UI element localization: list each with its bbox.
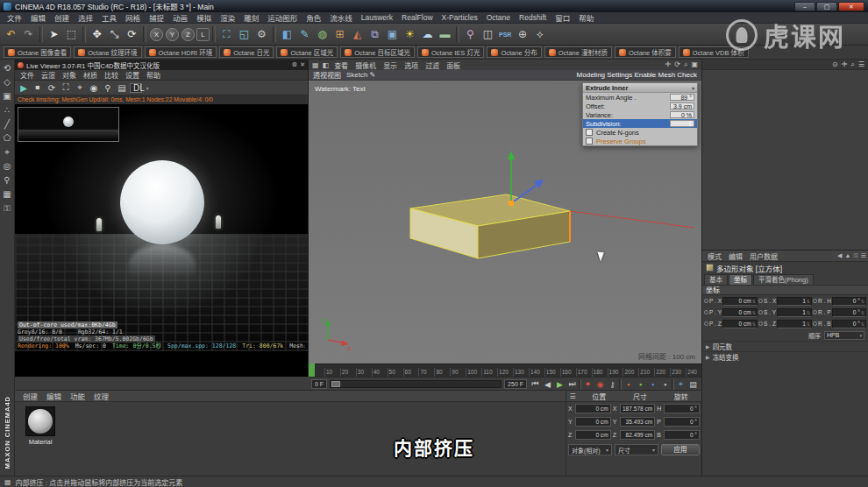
view-tab[interactable]: 透视视图 [313, 70, 341, 80]
primitive-cube-icon[interactable]: ◧ [279, 26, 295, 43]
mirror-icon[interactable]: ◫ [480, 26, 496, 43]
array-icon[interactable]: ⊞ [331, 26, 348, 43]
octane-toolbar-item[interactable]: Octane 体积雾 [615, 46, 676, 58]
current-frame-field[interactable]: 0 F [311, 379, 327, 389]
menu-item[interactable]: 创建 [50, 12, 74, 23]
popup-tool-header[interactable]: Extrude Inner [583, 83, 697, 93]
animation-dot[interactable] [813, 321, 817, 326]
at-back-icon[interactable]: ◀ [837, 252, 842, 259]
animation-dot[interactable] [704, 321, 708, 326]
lv-menu-item[interactable]: 设置 [122, 70, 143, 80]
prev-frame-button[interactable]: ◀ [542, 380, 553, 389]
toolbar-separator[interactable] [39, 26, 43, 42]
viewport-solo-icon[interactable]: ◎ [4, 161, 11, 171]
menu-item[interactable]: 捕捉 [145, 12, 168, 23]
popup-value-field[interactable]: 3.9 cm [670, 102, 694, 109]
vp-maximize-icon[interactable]: ▣ [689, 60, 700, 69]
polygons-mode-icon[interactable]: ⬠ [4, 133, 11, 143]
menu-item[interactable]: 选择 [74, 12, 97, 23]
at-menu-icon[interactable]: ☰ [861, 252, 866, 259]
rb-field[interactable]: 0 ° [832, 320, 866, 328]
attribute-menu-item[interactable]: 模式 [704, 251, 725, 261]
popup-check-preserve-groups[interactable]: Preserve Groups [583, 137, 697, 145]
lv-menu-item[interactable]: 对象 [59, 70, 80, 80]
live-selection-icon[interactable]: ➤ [46, 26, 62, 43]
octane-toolbar-item[interactable]: Octane 纹理环境 [74, 46, 141, 58]
maximize-button[interactable]: ▢ [816, 2, 837, 11]
rotation-p-field[interactable]: 0 ° [664, 417, 700, 427]
vp-pan-icon[interactable]: ✛ [664, 60, 673, 69]
py-field[interactable]: 0 cm [722, 308, 758, 317]
animation-dot[interactable] [813, 299, 817, 303]
size-y-field[interactable]: 35.493 cm [620, 417, 656, 427]
quaternion-section[interactable]: ▶ 四元数 [702, 341, 868, 351]
goto-end-button[interactable]: ⏭ [566, 379, 578, 389]
timeline-ruler[interactable]: 0102030405060708090100110120130140150160… [309, 363, 701, 377]
om-search-icon[interactable]: ⌕ [850, 60, 854, 69]
menu-item[interactable]: 工具 [97, 12, 121, 23]
om-filter-icon[interactable]: ⊙ [832, 60, 838, 68]
menu-item[interactable]: 角色 [302, 12, 325, 23]
workplane-icon[interactable]: ▦ [3, 189, 11, 199]
end-frame-field[interactable]: 250 F [504, 379, 527, 389]
px-field[interactable]: 0 cm [722, 297, 758, 306]
lv-menu-item[interactable]: 文件 [17, 70, 38, 80]
spline-pen-icon[interactable]: ✎ [296, 26, 313, 43]
octane-toolbar-item[interactable]: Octane 日光 [219, 46, 274, 58]
instance-icon[interactable]: ⧉ [366, 26, 383, 43]
menu-item[interactable]: RealFlow [397, 13, 437, 22]
close-button[interactable]: ✕ [838, 2, 864, 11]
transport-separator[interactable] [619, 379, 622, 390]
lv-close-icon[interactable]: ✕ [300, 61, 305, 68]
edges-mode-icon[interactable]: ╱ [4, 119, 10, 129]
rh-field[interactable]: 0 ° [832, 297, 866, 306]
move-tool-icon[interactable]: ✥ [89, 26, 105, 43]
size-x-field[interactable]: 187.578 cm [620, 404, 656, 413]
gizmo-y-arrowhead[interactable] [508, 151, 515, 159]
pla-record-toggle[interactable]: ⌖ [675, 379, 687, 389]
axis-mode-icon[interactable]: ⌖ [4, 147, 10, 157]
lv-restart-button[interactable]: ⟳ [46, 83, 58, 93]
animation-dot[interactable] [758, 321, 763, 326]
position-x-field[interactable]: 0 cm [575, 404, 611, 413]
lv-pick-button[interactable]: ⚲ [102, 83, 114, 93]
light-icon[interactable]: ☀ [402, 26, 418, 43]
om-move-icon[interactable]: ✛ [842, 60, 848, 68]
render-settings-icon[interactable]: ⚙ [253, 26, 270, 43]
lv-render-mode-dropdown[interactable]: DL [130, 83, 142, 93]
coordinates-section-header[interactable]: 坐标 [702, 285, 868, 295]
vp-menu-item[interactable]: 面板 [443, 60, 464, 70]
octane-toolbar-item[interactable]: Octane 图像查看 [4, 46, 71, 58]
texture-mode-icon[interactable]: ▣ [3, 91, 11, 101]
lock-icon[interactable]: ⚿ [4, 203, 11, 213]
lv-render-area[interactable]: Out-of-core used/max:0Kb/4Gb Grey8/16: 0… [15, 104, 308, 377]
modeling-settings-note[interactable]: Modeling Settings Enable Mesh Check [577, 71, 697, 79]
render-thumbnail[interactable] [18, 107, 119, 142]
keyframe-selection-button[interactable]: ⚷ [607, 380, 618, 389]
x-axis-lock-button[interactable]: X [150, 28, 163, 41]
coordinate-system-button[interactable]: L [196, 28, 210, 41]
popup-check-ngons[interactable]: Create N-gons [583, 128, 697, 137]
lv-menu-item[interactable]: 帮助 [143, 70, 164, 80]
timeline-window-button[interactable]: ▤ [687, 380, 699, 389]
animation-dot[interactable] [758, 299, 763, 303]
coordinate-menu-icon[interactable]: ☰ [566, 392, 579, 400]
material-menu-item[interactable]: 创建 [18, 391, 42, 401]
freeze-transform-section[interactable]: ▶ 冻结变换 [702, 351, 868, 362]
goto-start-button[interactable]: ⏮ [530, 379, 541, 389]
rp-field[interactable]: 0 ° [832, 308, 866, 317]
sx-field[interactable]: 1 [777, 297, 812, 306]
octane-toolbar-item[interactable]: Octane HDRI 环境 [145, 46, 217, 58]
lv-menu-item[interactable]: 比较 [101, 70, 122, 80]
display-mode-icon[interactable]: ⟡ [531, 26, 548, 43]
octane-toolbar-item[interactable]: Octane 目标区域光 [340, 46, 415, 58]
menu-item[interactable]: 模拟 [192, 12, 216, 23]
sz-field[interactable]: 1 [777, 320, 812, 328]
lv-camera-lock-button[interactable]: ◉ [88, 83, 100, 93]
y-axis-lock-button[interactable]: Y [166, 28, 179, 41]
gizmo-center-handle[interactable] [509, 201, 514, 206]
pz-field[interactable]: 0 cm [722, 320, 758, 328]
menu-item[interactable]: 帮助 [574, 12, 598, 23]
vp-menu-item[interactable]: 查看 [331, 60, 352, 70]
rectangle-selection-icon[interactable]: ⬚ [63, 26, 80, 43]
